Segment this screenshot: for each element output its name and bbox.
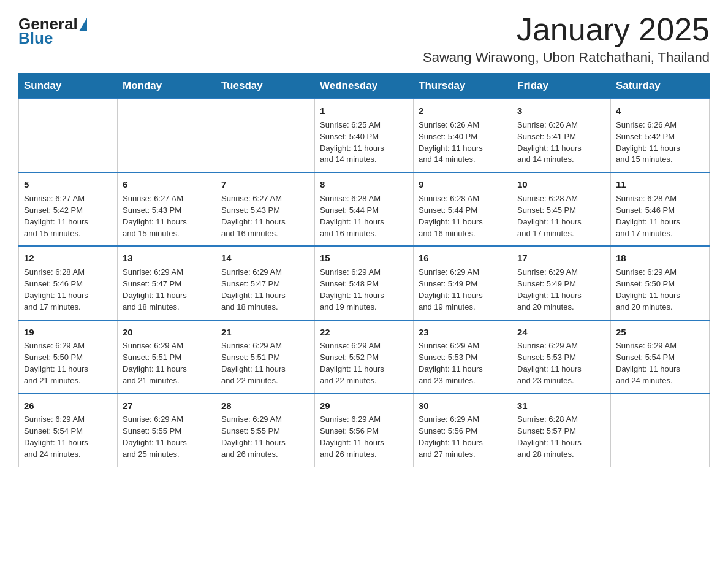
day-info-line: Daylight: 11 hours [320, 364, 408, 375]
calendar-cell: 29Sunrise: 6:29 AMSunset: 5:56 PMDayligh… [315, 394, 414, 467]
day-number: 9 [419, 178, 507, 191]
day-number: 11 [616, 178, 704, 191]
calendar-cell: 12Sunrise: 6:28 AMSunset: 5:46 PMDayligh… [19, 246, 118, 320]
day-info-line: Daylight: 11 hours [123, 437, 211, 449]
day-info-line: Daylight: 11 hours [123, 290, 211, 302]
day-info-line: and 14 minutes. [320, 154, 408, 166]
day-info-line: and 17 minutes. [24, 302, 112, 313]
logo-blue-text: Blue [18, 29, 53, 48]
day-info-line: Daylight: 11 hours [419, 364, 507, 375]
day-info-line: Sunrise: 6:29 AM [24, 340, 112, 352]
day-info-line: Daylight: 11 hours [123, 364, 211, 375]
calendar-cell: 17Sunrise: 6:29 AMSunset: 5:49 PMDayligh… [512, 246, 611, 320]
day-info-line: and 21 minutes. [123, 375, 211, 387]
day-info-line: Daylight: 11 hours [616, 290, 704, 302]
day-info-line: Sunrise: 6:29 AM [123, 340, 211, 352]
day-number: 25 [616, 326, 704, 339]
day-info-line: Sunset: 5:41 PM [517, 131, 605, 143]
logo: General Blue [18, 12, 87, 48]
day-info-line: Sunset: 5:56 PM [419, 426, 507, 437]
day-info-line: and 28 minutes. [517, 449, 605, 461]
calendar-cell: 7Sunrise: 6:27 AMSunset: 5:43 PMDaylight… [216, 172, 315, 246]
calendar-cell: 2Sunrise: 6:26 AMSunset: 5:40 PMDaylight… [414, 99, 512, 172]
day-info-line: Sunrise: 6:29 AM [320, 340, 408, 352]
day-info-line: and 17 minutes. [616, 228, 704, 240]
day-info-line: and 21 minutes. [24, 375, 112, 387]
day-info-line: and 22 minutes. [221, 375, 309, 387]
title-area: January 2025 Sawang Wirawong, Ubon Ratch… [423, 12, 710, 66]
calendar-header: SundayMondayTuesdayWednesdayThursdayFrid… [19, 74, 710, 99]
day-info-line: and 27 minutes. [419, 449, 507, 461]
day-info-line: Daylight: 11 hours [419, 216, 507, 228]
day-info-line: Daylight: 11 hours [320, 143, 408, 155]
calendar-cell: 10Sunrise: 6:28 AMSunset: 5:45 PMDayligh… [512, 172, 611, 246]
calendar-cell: 8Sunrise: 6:28 AMSunset: 5:44 PMDaylight… [315, 172, 414, 246]
day-info-line: Sunset: 5:44 PM [320, 205, 408, 216]
day-info-line: Daylight: 11 hours [419, 143, 507, 155]
day-info-line: Sunrise: 6:28 AM [419, 193, 507, 205]
calendar-body: 1Sunrise: 6:25 AMSunset: 5:40 PMDaylight… [19, 99, 710, 467]
day-info-line: Sunrise: 6:29 AM [123, 267, 211, 278]
day-number: 19 [24, 326, 112, 339]
day-info-line: Sunrise: 6:27 AM [24, 193, 112, 205]
day-info-line: and 20 minutes. [616, 302, 704, 313]
day-number: 14 [221, 251, 309, 265]
day-info-line: and 16 minutes. [320, 228, 408, 240]
day-info-line: Daylight: 11 hours [320, 216, 408, 228]
day-info-line: Sunrise: 6:29 AM [517, 267, 605, 278]
day-info-line: Sunset: 5:47 PM [123, 278, 211, 290]
header-row: SundayMondayTuesdayWednesdayThursdayFrid… [19, 74, 710, 99]
day-info-line: Sunrise: 6:28 AM [616, 193, 704, 205]
header-day-tuesday: Tuesday [216, 74, 315, 99]
day-number: 20 [123, 326, 211, 339]
day-info-line: and 23 minutes. [517, 375, 605, 387]
calendar-cell [118, 99, 216, 172]
day-info-line: Sunset: 5:47 PM [221, 278, 309, 290]
day-info-line: Sunset: 5:42 PM [24, 205, 112, 216]
day-info-line: and 17 minutes. [517, 228, 605, 240]
day-info-line: Sunset: 5:53 PM [517, 352, 605, 364]
day-info-line: and 25 minutes. [123, 449, 211, 461]
day-number: 6 [123, 178, 211, 191]
day-number: 7 [221, 178, 309, 191]
day-info-line: Daylight: 11 hours [221, 437, 309, 449]
day-info-line: Sunrise: 6:29 AM [221, 340, 309, 352]
day-info-line: and 14 minutes. [517, 154, 605, 166]
day-info-line: Sunset: 5:55 PM [221, 426, 309, 437]
day-info-line: Sunrise: 6:28 AM [517, 414, 605, 426]
day-info-line: Sunrise: 6:27 AM [221, 193, 309, 205]
day-info-line: Sunset: 5:56 PM [320, 426, 408, 437]
day-info-line: Daylight: 11 hours [419, 290, 507, 302]
day-info-line: Sunrise: 6:28 AM [517, 193, 605, 205]
day-info-line: and 16 minutes. [221, 228, 309, 240]
day-number: 1 [320, 104, 408, 118]
calendar-cell: 31Sunrise: 6:28 AMSunset: 5:57 PMDayligh… [512, 394, 611, 467]
calendar-cell: 14Sunrise: 6:29 AMSunset: 5:47 PMDayligh… [216, 246, 315, 320]
day-info-line: and 20 minutes. [517, 302, 605, 313]
day-number: 4 [616, 104, 704, 118]
calendar-cell: 1Sunrise: 6:25 AMSunset: 5:40 PMDaylight… [315, 99, 414, 172]
day-info-line: Sunset: 5:51 PM [123, 352, 211, 364]
day-number: 29 [320, 399, 408, 413]
calendar-cell: 3Sunrise: 6:26 AMSunset: 5:41 PMDaylight… [512, 99, 611, 172]
day-info-line: Sunrise: 6:25 AM [320, 120, 408, 131]
day-info-line: Sunrise: 6:29 AM [616, 340, 704, 352]
day-info-line: Daylight: 11 hours [24, 437, 112, 449]
day-info-line: Daylight: 11 hours [517, 437, 605, 449]
day-info-line: Sunset: 5:53 PM [419, 352, 507, 364]
calendar-table: SundayMondayTuesdayWednesdayThursdayFrid… [18, 73, 710, 467]
day-info-line: and 15 minutes. [123, 228, 211, 240]
day-number: 12 [24, 251, 112, 265]
day-info-line: Daylight: 11 hours [419, 437, 507, 449]
day-number: 21 [221, 326, 309, 339]
day-info-line: Sunset: 5:46 PM [616, 205, 704, 216]
header-day-thursday: Thursday [414, 74, 512, 99]
day-info-line: Sunrise: 6:29 AM [320, 414, 408, 426]
day-info-line: Sunset: 5:49 PM [419, 278, 507, 290]
day-number: 23 [419, 326, 507, 339]
day-info-line: Sunrise: 6:29 AM [616, 267, 704, 278]
day-info-line: Daylight: 11 hours [517, 216, 605, 228]
day-info-line: and 19 minutes. [419, 302, 507, 313]
day-info-line: Sunset: 5:51 PM [221, 352, 309, 364]
day-info-line: Sunrise: 6:29 AM [320, 267, 408, 278]
